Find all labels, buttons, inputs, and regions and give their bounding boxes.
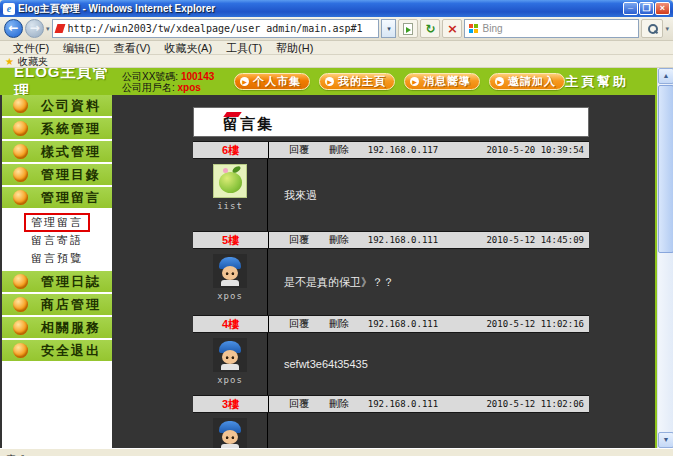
floor-label: 6樓 bbox=[193, 143, 268, 158]
header-nav-buttons: 个人市集我的主頁消息嚮導邀請加入 bbox=[234, 73, 565, 90]
stop-button[interactable] bbox=[442, 19, 462, 38]
sidebar-subitem[interactable]: 管理留言 bbox=[2, 213, 112, 231]
timestamp: 2010-5-12 14:45:09 bbox=[457, 235, 589, 245]
apple-body-shape bbox=[219, 172, 242, 193]
ip-address: 192.168.0.117 bbox=[349, 145, 457, 155]
history-dropdown-icon[interactable] bbox=[46, 25, 50, 33]
address-field[interactable]: http://win2003/tw/xdealpage/user_admin/m… bbox=[52, 19, 380, 38]
sidebar-item[interactable]: 安全退出 bbox=[2, 340, 112, 361]
header-nav-button[interactable]: 邀請加入 bbox=[489, 73, 565, 90]
play-icon bbox=[325, 77, 334, 86]
search-magnifier-button[interactable] bbox=[641, 19, 663, 38]
play-icon bbox=[410, 77, 419, 86]
ip-address: 192.168.0.111 bbox=[349, 399, 457, 409]
sidebar-item-label: 商店管理 bbox=[41, 296, 101, 314]
compatibility-icon bbox=[403, 23, 413, 35]
sidebar-item[interactable]: 相關服務 bbox=[2, 317, 112, 338]
message-text: 我來過 bbox=[268, 159, 589, 231]
blossom-shape bbox=[223, 168, 228, 173]
help-link[interactable]: 主頁幫助 bbox=[565, 73, 629, 91]
message-body-row: iist我來過 bbox=[193, 159, 589, 231]
nav-button-label: 我的主頁 bbox=[338, 74, 386, 89]
window-title: Elog主頁管理 - Windows Internet Explorer bbox=[18, 0, 623, 17]
account-user-value: xpos bbox=[178, 82, 201, 93]
sidebar-item[interactable]: 管理日誌 bbox=[2, 271, 112, 292]
sidebar-subitem[interactable]: 留言寄語 bbox=[2, 231, 112, 249]
search-options-icon[interactable] bbox=[665, 25, 669, 33]
menu-item[interactable]: 收藏夹(A) bbox=[157, 41, 219, 55]
message-board: 留言集 6樓回覆刪除192.168.0.1172010-5-20 10:39:5… bbox=[193, 107, 589, 448]
compatibility-view-button[interactable] bbox=[398, 19, 418, 38]
message-header-right: 回覆刪除192.168.0.1172010-5-20 10:39:54 bbox=[268, 142, 589, 158]
back-button[interactable] bbox=[4, 19, 23, 38]
ip-address: 192.168.0.111 bbox=[349, 235, 457, 245]
sidebar-item[interactable]: 商店管理 bbox=[2, 294, 112, 315]
floor-label: 3樓 bbox=[193, 397, 268, 412]
scroll-up-icon[interactable] bbox=[658, 68, 673, 84]
minimize-button[interactable] bbox=[623, 2, 638, 15]
username: xpos bbox=[217, 375, 243, 385]
sphere-icon bbox=[13, 274, 28, 289]
sidebar-item[interactable]: 管理留言 bbox=[2, 187, 112, 208]
reply-link[interactable]: 回覆 bbox=[289, 143, 309, 157]
reply-link[interactable]: 回覆 bbox=[289, 397, 309, 411]
address-toolbar: http://win2003/tw/xdealpage/user_admin/m… bbox=[0, 17, 673, 41]
forward-button[interactable] bbox=[25, 19, 44, 38]
sidebar-item-label: 管理日誌 bbox=[41, 273, 101, 291]
delete-link[interactable]: 刪除 bbox=[329, 143, 349, 157]
ie-icon bbox=[3, 3, 15, 15]
delete-link[interactable]: 刪除 bbox=[329, 233, 349, 247]
reply-link[interactable]: 回覆 bbox=[289, 317, 309, 331]
vertical-scrollbar[interactable] bbox=[657, 68, 673, 448]
header-nav-button[interactable]: 个人市集 bbox=[234, 73, 310, 90]
boy-avatar bbox=[213, 254, 247, 288]
search-placeholder: Bing bbox=[482, 23, 502, 34]
sidebar-item-label: 安全退出 bbox=[41, 342, 101, 360]
sidebar-subitem[interactable]: 留言預覽 bbox=[2, 249, 112, 267]
boy-avatar bbox=[213, 418, 247, 448]
favorites-bar: 收藏夹 bbox=[0, 55, 673, 68]
page-viewport: ELOG主頁管理 公司XX號碼: 100143 公司用戶名: xpos 个人市集… bbox=[0, 68, 673, 448]
board-title-box: 留言集 bbox=[193, 107, 589, 137]
restore-button[interactable] bbox=[639, 2, 654, 15]
floor-label: 4樓 bbox=[193, 317, 268, 332]
header-nav-button[interactable]: 消息嚮導 bbox=[404, 73, 480, 90]
content-area: 留言集 6樓回覆刪除192.168.0.1172010-5-20 10:39:5… bbox=[112, 95, 657, 448]
message-text: sefwt3e64t35435 bbox=[268, 333, 589, 395]
sidebar-item[interactable]: 樣式管理 bbox=[2, 141, 112, 162]
sidebar-submenu: 管理留言留言寄語留言預覽 bbox=[2, 210, 112, 271]
nav-button-label: 邀請加入 bbox=[508, 74, 556, 89]
boy-avatar bbox=[213, 338, 247, 372]
sidebar-item[interactable]: 公司資料 bbox=[2, 95, 112, 116]
message-text: 是不是真的保卫》？？ bbox=[268, 249, 589, 315]
reply-link[interactable]: 回覆 bbox=[289, 233, 309, 247]
menu-item[interactable]: 文件(F) bbox=[6, 41, 56, 55]
sphere-icon bbox=[13, 343, 28, 358]
board-title: 留言集 bbox=[223, 115, 274, 134]
sidebar-item-label: 相關服務 bbox=[41, 319, 101, 337]
scrollbar-thumb[interactable] bbox=[658, 85, 673, 253]
account-info: 公司XX號碼: 100143 公司用戶名: xpos bbox=[122, 71, 230, 93]
address-dropdown-button[interactable] bbox=[381, 19, 396, 38]
favorites-button[interactable]: 收藏夹 bbox=[18, 55, 48, 68]
sidebar-item[interactable]: 系統管理 bbox=[2, 118, 112, 139]
close-button[interactable] bbox=[655, 2, 670, 15]
search-input[interactable]: Bing bbox=[464, 19, 639, 38]
sidebar-subitem-label: 留言預覽 bbox=[26, 250, 88, 267]
sidebar-item-label: 管理留言 bbox=[41, 189, 101, 207]
message-header-right: 回覆刪除192.168.0.1112010-5-12 11:02:06 bbox=[268, 396, 589, 412]
face-shape bbox=[222, 266, 238, 280]
menu-item[interactable]: 帮助(H) bbox=[269, 41, 320, 55]
delete-link[interactable]: 刪除 bbox=[329, 397, 349, 411]
status-bar: 完成 bbox=[0, 448, 673, 456]
menu-item[interactable]: 查看(V) bbox=[107, 41, 158, 55]
scroll-down-icon[interactable] bbox=[658, 432, 673, 448]
menu-item[interactable]: 工具(T) bbox=[219, 41, 269, 55]
header-nav-button[interactable]: 我的主頁 bbox=[319, 73, 395, 90]
sidebar-subitem-label: 留言寄語 bbox=[26, 232, 88, 249]
delete-link[interactable]: 刪除 bbox=[329, 317, 349, 331]
sidebar: 公司資料系統管理樣式管理管理目錄管理留言管理留言留言寄語留言預覽管理日誌商店管理… bbox=[2, 95, 112, 448]
menu-item[interactable]: 编辑(E) bbox=[56, 41, 107, 55]
sidebar-item[interactable]: 管理目錄 bbox=[2, 164, 112, 185]
refresh-button[interactable] bbox=[420, 19, 440, 38]
